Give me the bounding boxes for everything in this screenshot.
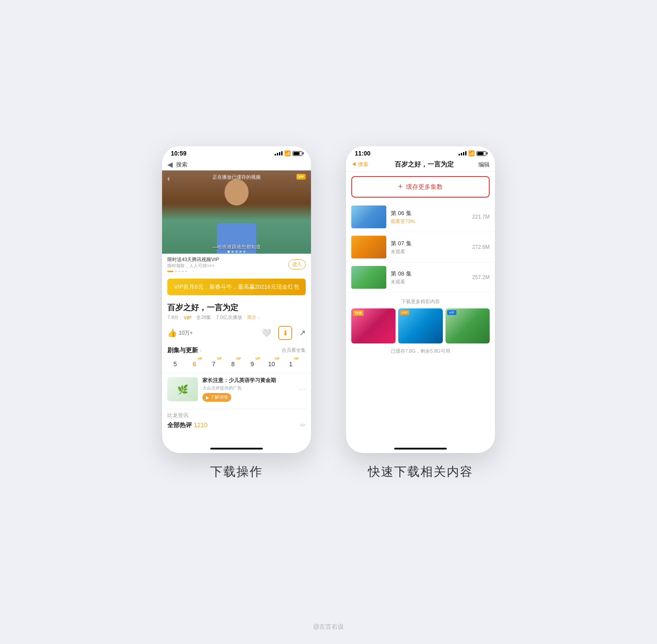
share-icon[interactable]: ↗ [299,328,306,338]
show-title: 百岁之好，一言为定 [167,302,306,313]
phone2-time: 11:00 [355,150,371,157]
cache-plus-icon: + [398,182,403,191]
episodes-header: 剧集与更新 › 合员看全集 [167,346,306,354]
comments-label: 比龙资讯 [167,409,306,419]
ep-sub-06: 观看至73% [391,218,468,225]
dl-badge-1: 独播 [353,310,364,316]
ep-thumb-07 [351,236,386,258]
episode-item-08[interactable]: 第 08 集 未观看 257.2M [346,262,495,293]
action-row: 👍 10万+ 🤍 ⬇ ↗ [162,322,311,343]
show-episodes: 全28集 [196,314,211,321]
phone2: 11:00 📶 ◀ 搜索 百岁之好，一言为定 [346,146,495,453]
video-area[interactable]: ‹ 正在播放已缓存的视频 VIP —哈班谁跟谁您都知道 [162,170,311,254]
episodes-section: 剧集与更新 › 合员看全集 5 VIP 6 VIP 7 [162,343,311,373]
home-indicator-2 [346,357,495,453]
video-progress-dots [228,251,246,253]
episode-numbers-row: 5 VIP 6 VIP 7 VIP 8 VIP 9 [167,357,306,371]
like-count: 10万+ [179,329,193,337]
ep-title-07: 第 07 集 [391,240,468,248]
show-info: 百岁之好，一言为定 7.8分 · VIP · 全28集 · 7.0亿次播放 · … [162,299,311,322]
ad-sub: 大众点评提供的广告 [202,385,294,391]
ep-title-06: 第 06 集 [391,209,468,217]
home-bar [210,448,263,449]
ep-size-06: 221.7M [472,214,490,220]
show-intro-link[interactable]: 简介 [247,314,257,321]
battery-icon [293,151,302,156]
promo-banner: 限时送43天腾讯视频VIP 限时领取，人人可得>>> 进入 [162,254,311,275]
dl-thumb-1[interactable]: 独播 [351,308,396,343]
cache-text: 缓存更多集数 [406,183,443,191]
ep-10[interactable]: VIP 10 [264,357,279,371]
ep-info-07: 第 07 集 未观看 [391,240,468,255]
phone2-nav-bar: ◀ 搜索 百岁之好，一言为定 编辑 [346,159,495,172]
phone2-status-icons: 📶 [459,150,486,156]
ep-5[interactable]: 5 [167,357,183,371]
download-more-section: 下载更多精彩内容 独播 VIP VIP [346,295,495,345]
promo-enter-button[interactable]: 进入 [288,259,306,269]
show-meta: 7.8分 · VIP · 全28集 · 7.0亿次播放 · 简介 › [167,314,306,321]
promo-title: 限时送43天腾讯视频VIP [167,256,219,263]
battery-icon-2 [477,151,486,156]
vip-button[interactable]: VIP首月6元，新春斗牛，最高赢20216元现金红包 [167,279,306,295]
ep-size-07: 272.6M [472,244,490,250]
episode-item-06[interactable]: 第 06 集 观看至73% 221.7M [346,202,495,232]
phone1-nav-bar: ◀ 搜索 [162,159,311,170]
episode-list: 第 06 集 观看至73% 221.7M 第 07 集 未观看 272.6M [346,202,495,295]
ep-7[interactable]: VIP 7 [206,357,222,371]
ep-9[interactable]: VIP 9 [244,357,260,371]
watermark: @左言右设 [313,623,344,631]
video-subtitle: —哈班谁跟谁您都知道 [162,244,311,250]
video-playing-text: 正在播放已缓存的视频 [212,174,261,180]
phone1-status-icons: 📶 [275,150,302,156]
comments-count-num: 1210 [194,421,207,428]
ep-6[interactable]: VIP 6 [187,357,202,371]
signal-bars-2 [459,151,466,156]
promo-text-block: 限时送43天腾讯视频VIP 限时领取，人人可得>>> [167,256,219,272]
ad-thumbnail: 🌿 [167,377,198,401]
show-rating: 7.8分 [167,314,179,321]
dl-badge-2: VIP [400,310,409,315]
cache-add-button[interactable]: + 缓存更多集数 [351,176,490,198]
action-buttons: 🤍 ⬇ ↗ [261,326,306,340]
phone2-nav-title: 百岁之好，一言为定 [370,160,478,169]
phone1-status-bar: 10:59 📶 [162,146,311,159]
ad-title: 家长注意：少儿英语学习黄金期 [202,377,294,384]
video-vip-badge: VIP [297,174,306,180]
comments-section: 比龙资讯 全部热评 1210 ✏ [162,405,311,433]
dl-thumb-3[interactable]: VIP [445,308,490,343]
ad-more-icon[interactable]: ⋯ [299,385,306,393]
show-views: 7.0亿次播放 [216,314,242,321]
video-thumbnail [162,170,311,254]
favorite-icon[interactable]: 🤍 [261,328,271,338]
ep-1[interactable]: VIP 1 [283,357,299,371]
dl-thumb-2[interactable]: VIP [398,308,442,343]
ep-info-06: 第 06 集 观看至73% [391,209,468,225]
like-section: 👍 10万+ [167,328,193,338]
signal-bars [275,151,283,156]
thumb-icon[interactable]: 👍 [167,328,177,338]
phone1-wrapper: 10:59 📶 ◀ 搜索 [162,146,311,480]
episode-item-07[interactable]: 第 07 集 未观看 272.6M [346,232,495,262]
comment-edit-icon[interactable]: ✏ [300,421,306,429]
ep-sub-08: 未观看 [391,279,468,285]
download-button[interactable]: ⬇ [278,326,292,340]
ep-thumb-06 [351,205,386,228]
phones-row: 10:59 📶 ◀ 搜索 [162,146,495,480]
phone2-status-bar: 11:00 📶 [346,146,495,159]
ep-size-08: 257.2M [472,274,490,280]
ep-title-08: 第 08 集 [391,270,468,278]
ep-sub-07: 未观看 [391,248,468,255]
ad-cta-button[interactable]: ▶ 了解详情 [202,393,231,402]
home-indicator [162,433,311,453]
ep-8[interactable]: VIP 8 [225,357,241,371]
wifi-icon-2: 📶 [468,150,475,156]
back-icon[interactable]: ◀ [167,160,173,169]
phone2-edit-button[interactable]: 编辑 [478,161,490,169]
phone2-back-button[interactable]: ◀ 搜索 [351,161,368,168]
download-thumbnails: 独播 VIP VIP [351,308,490,343]
home-bar-2 [394,448,447,449]
phone1-time: 10:59 [171,150,187,157]
ad-section: 🌿 家长注意：少儿英语学习黄金期 大众点评提供的广告 ▶ 了解详情 ⋯ [162,373,311,405]
phone1-label: 下载操作 [210,464,263,480]
video-back-btn[interactable]: ‹ [167,174,170,183]
